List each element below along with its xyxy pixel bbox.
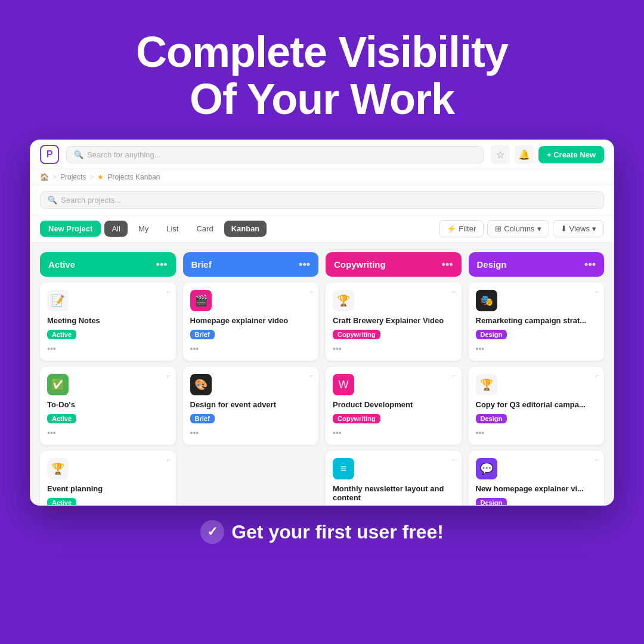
filter-button[interactable]: ⚡ Filter [439,220,484,237]
card-title: Monthly newsletter layout and content [333,484,454,502]
card-menu-button[interactable]: ••• [333,428,454,438]
card-corner-icon: ⌐ [595,456,599,464]
col-menu-design[interactable]: ••• [584,258,596,271]
card-corner-icon: ⌐ [309,371,314,380]
create-new-button[interactable]: + Create New [538,146,604,163]
card-icon: 🏆 [476,374,497,395]
card-corner-icon: ⌐ [452,287,456,296]
table-row[interactable]: ⌐WProduct DevelopmentCopywriting••• [326,367,462,445]
card-menu-button[interactable]: ••• [47,428,169,438]
card-title: New homepage explainer vi... [476,484,597,493]
table-row[interactable]: ⌐📝Meeting NotesActive••• [40,283,176,361]
col-header-brief: Brief••• [183,252,319,277]
card-corner-icon: ⌐ [595,371,599,380]
col-menu-active[interactable]: ••• [156,258,168,271]
columns-icon: ⊞ [495,224,501,233]
card-menu-button[interactable]: ••• [190,428,312,438]
chevron-down-icon: ▾ [537,224,541,233]
new-project-button[interactable]: New Project [40,221,101,237]
table-row[interactable]: ⌐≡Monthly newsletter layout and contentC… [326,451,462,505]
kanban-col-active: Active•••⌐📝Meeting NotesActive•••⌐✅To-Do… [40,252,176,496]
card-icon: 🎬 [190,290,212,311]
card-icon: 🏆 [333,290,354,311]
card-corner-icon: ⌐ [166,456,171,464]
card-icon: W [333,374,354,395]
card-tag: Copywriting [333,414,380,423]
card-icon: 🎭 [476,290,497,311]
col-menu-copywriting[interactable]: ••• [442,258,453,271]
card-tag: Active [47,414,76,423]
table-row[interactable]: ⌐🏆Copy for Q3 editorial campa...Design••… [469,367,605,445]
cta-check-icon: ✓ [200,520,224,544]
table-row[interactable]: ⌐🏆Event planningActive••• [40,451,176,505]
project-search-input[interactable]: 🔍 Search projects... [40,191,604,209]
columns-button[interactable]: ⊞ Columns ▾ [487,220,549,237]
card-title: Product Development [333,400,454,409]
card-corner-icon: ⌐ [595,287,599,296]
card-title: To-Do's [47,400,169,409]
card-corner-icon: ⌐ [166,371,171,380]
views-button[interactable]: ⬇ Views ▾ [553,220,604,237]
columns-label: Columns [504,224,534,233]
col-label-brief: Brief [191,259,212,270]
filter-icon: ⚡ [447,224,456,233]
card-tag: Active [47,330,76,339]
topbar-actions: ☆ 🔔 + Create New [491,145,604,164]
card-tag: Copywriting [333,330,380,339]
card-tag: Brief [190,330,215,339]
search-projects-placeholder: Search projects... [61,196,121,205]
card-icon: 🏆 [47,458,69,479]
bell-button[interactable]: 🔔 [515,145,534,164]
col-header-design: Design••• [469,252,605,277]
card-menu-button[interactable]: ••• [333,344,454,354]
card-title: Copy for Q3 editorial campa... [476,400,597,409]
view-my-button[interactable]: My [131,221,156,237]
table-row[interactable]: ⌐🎭Remarketing campaign strat...Design••• [469,283,605,361]
card-title: Remarketing campaign strat... [476,316,597,325]
star-button[interactable]: ☆ [491,145,510,164]
kanban-col-copywriting: Copywriting•••⌐🏆Craft Brewery Explainer … [326,252,462,496]
view-list-button[interactable]: List [159,221,185,237]
card-corner-icon: ⌐ [309,287,314,296]
table-row[interactable]: ⌐💬New homepage explainer vi...Design••• [469,451,605,505]
col-label-active: Active [48,259,75,270]
card-menu-button[interactable]: ••• [190,344,312,354]
card-icon: ≡ [333,458,354,479]
breadcrumb: 🏠 > Projects > ★ Projects Kanban [30,169,614,185]
breadcrumb-projects[interactable]: Projects [60,173,86,181]
card-icon: 🎨 [190,374,212,395]
cta-text: Get your first user free! [231,521,444,543]
bottom-cta: ✓ Get your first user free! [200,520,444,544]
sep2: > [89,173,94,181]
card-title: Homepage explainer video [190,316,312,325]
card-corner-icon: ⌐ [452,371,456,380]
table-row[interactable]: ⌐🎨Design for event advertBrief••• [183,367,319,445]
view-card-button[interactable]: Card [189,221,220,237]
breadcrumb-current: Projects Kanban [107,173,160,181]
kanban-board: Active•••⌐📝Meeting NotesActive•••⌐✅To-Do… [30,243,614,505]
card-menu-button[interactable]: ••• [476,428,597,438]
view-all-button[interactable]: All [104,221,127,237]
card-menu-button[interactable]: ••• [47,344,169,354]
card-tag: Active [47,498,76,505]
col-label-copywriting: Copywriting [334,259,386,270]
card-title: Design for event advert [190,400,312,409]
chevron-down-icon2: ▾ [592,224,596,233]
global-search[interactable]: 🔍 Search for anything... [66,146,484,163]
search-placeholder: Search for anything... [87,150,161,159]
view-kanban-button[interactable]: Kanban [224,221,267,237]
card-title: Meeting Notes [47,316,169,325]
col-header-copywriting: Copywriting••• [326,252,462,277]
table-row[interactable]: ⌐✅To-Do'sActive••• [40,367,176,445]
card-corner-icon: ⌐ [452,456,456,464]
table-row[interactable]: ⌐🏆Craft Brewery Explainer VideoCopywriti… [326,283,462,361]
app-window: P 🔍 Search for anything... ☆ 🔔 + Create … [30,140,614,506]
table-row[interactable]: ⌐🎬Homepage explainer videoBrief••• [183,283,319,361]
card-icon: 💬 [476,458,497,479]
home-icon[interactable]: 🏠 [40,173,49,181]
col-menu-brief[interactable]: ••• [299,258,310,271]
card-title: Craft Brewery Explainer Video [333,316,454,325]
kanban-col-brief: Brief•••⌐🎬Homepage explainer videoBrief•… [183,252,319,496]
card-menu-button[interactable]: ••• [476,344,597,354]
search-icon: 🔍 [74,150,83,159]
